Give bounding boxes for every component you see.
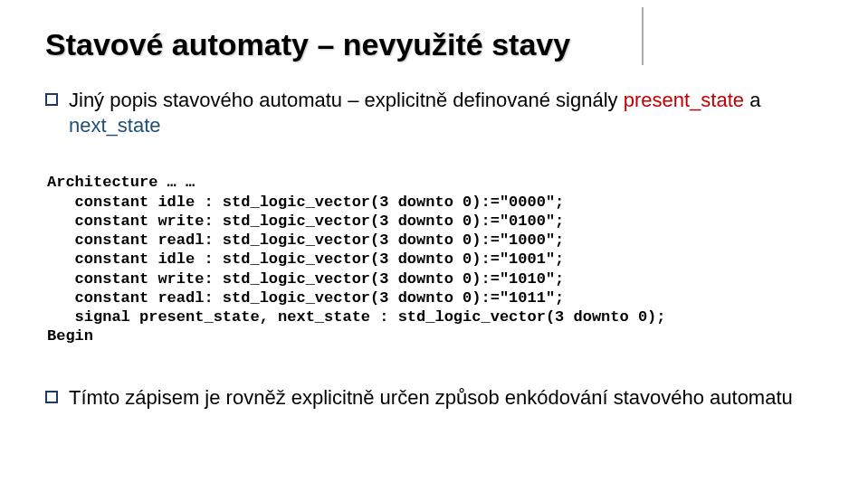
code-line-0: Architecture … … xyxy=(47,174,195,191)
title-divider xyxy=(642,7,644,65)
bullet-1-blue: next_state xyxy=(69,114,161,137)
bullet-icon xyxy=(45,391,58,403)
bullet-1-red: present_state xyxy=(624,89,744,111)
bullet-1-text: Jiný popis stavového automatu – explicit… xyxy=(69,88,823,137)
code-block: Architecture … … constant idle : std_log… xyxy=(47,154,823,365)
code-line-7: signal present_state, next_state : std_l… xyxy=(47,308,666,326)
code-line-3: constant readl: std_logic_vector(3 downt… xyxy=(47,232,564,249)
bullet-2-text: Tímto zápisem je rovněž explicitně určen… xyxy=(69,385,793,411)
code-line-2: constant write: std_logic_vector(3 downt… xyxy=(47,213,564,230)
code-line-4: constant idle : std_logic_vector(3 downt… xyxy=(47,250,564,268)
code-line-1: constant idle : std_logic_vector(3 downt… xyxy=(47,194,564,211)
slide-title: Stavové automaty – nevyužité stavy xyxy=(45,27,823,62)
bullet-2: Tímto zápisem je rovněž explicitně určen… xyxy=(45,385,823,411)
bullet-1-prefix: Jiný popis stavového automatu – explicit… xyxy=(69,89,624,111)
slide-container: Stavové automaty – nevyužité stavy Jiný … xyxy=(0,0,868,428)
bullet-1-mid: a xyxy=(744,89,760,111)
code-line-5: constant write: std_logic_vector(3 downt… xyxy=(47,270,564,288)
code-line-8: Begin xyxy=(47,327,93,345)
bullet-1: Jiný popis stavového automatu – explicit… xyxy=(45,88,823,137)
bullet-icon xyxy=(45,93,58,106)
code-line-6: constant readl: std_logic_vector(3 downt… xyxy=(47,289,564,307)
